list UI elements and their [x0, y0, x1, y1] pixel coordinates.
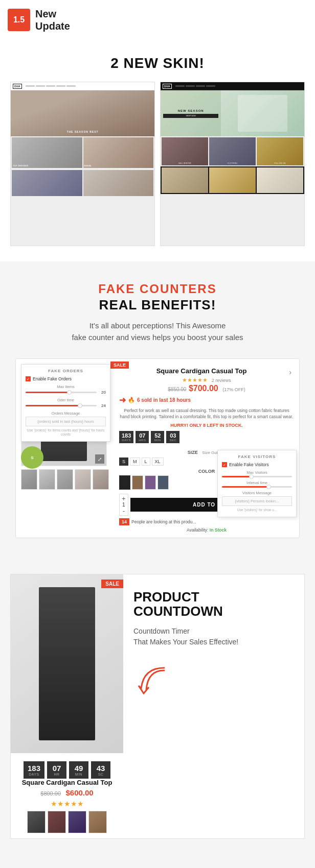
product-discount: (17% OFF): [222, 387, 245, 392]
qty-decrease[interactable]: -: [123, 508, 125, 514]
visitors-message-label: Visitors Message: [222, 491, 292, 495]
desc-line1: It's all about perceptions! This Awesome: [89, 321, 226, 330]
enable-checkbox[interactable]: ✓: [26, 376, 31, 381]
skin-preview-2: DiVA NEW SEASON SHOP NOW: [160, 82, 305, 246]
countdown-thumb[interactable]: [27, 811, 46, 833]
size-label: SIZE: [188, 450, 198, 455]
skin1-grid2-item: [12, 170, 82, 196]
enable-checkbox-row[interactable]: ✓ Enable Fake Orders: [26, 376, 106, 381]
skin1-grid: TOP DRESSED DENIM: [11, 136, 154, 169]
product-thumb[interactable]: [93, 469, 109, 490]
size-l[interactable]: L: [142, 457, 150, 466]
fake-counters-desc: It's all about perceptions! This Awesome…: [10, 320, 305, 343]
cd-hr-val: 07: [51, 764, 62, 773]
product-thumb[interactable]: [75, 469, 91, 490]
color-swatch-blue[interactable]: [158, 475, 169, 490]
curved-arrow-icon: [133, 663, 174, 704]
countdown-hrs: 07 HRS: [136, 431, 149, 443]
max-items-slider-row: 20: [26, 390, 106, 395]
orders-message-box[interactable]: {orders} sold in last {hours} hours: [26, 417, 106, 426]
skin2-products: FALL WINTER CLOTHING FOLLOW ON: [161, 136, 304, 166]
enable-label: Enable Fake Orders: [33, 376, 72, 381]
color-swatch-brown[interactable]: [132, 475, 143, 490]
fake-orders-panel: FAKE ORDERS ✓ Enable Fake Orders Max Ite…: [21, 364, 110, 442]
nav-link: [206, 85, 215, 87]
countdown-title-line1: PRODUCT: [133, 589, 199, 605]
countdown-min: 52 MIN: [151, 431, 164, 443]
product-countdown-section: SALE 183 DAYS 07 HR 49 MIN: [0, 564, 315, 849]
size-s[interactable]: S: [119, 457, 128, 466]
max-items-label: Max Items: [26, 384, 106, 389]
visitors-enable-row[interactable]: ✓ Enable Fake Visitors: [222, 462, 292, 467]
skin2-product: FOLLOW ON: [257, 137, 303, 165]
product-demo: FAKE ORDERS ✓ Enable Fake Orders Max Ite…: [15, 358, 300, 538]
countdown-thumb[interactable]: [68, 811, 86, 833]
sale-badge: SALE: [110, 361, 129, 369]
slider-thumb[interactable]: [67, 390, 72, 395]
product-thumb[interactable]: [57, 469, 73, 490]
color-swatch-purple[interactable]: [145, 475, 156, 490]
cd-sc-val: 43: [95, 764, 106, 773]
skin2-hero-left: NEW SEASON SHOP NOW: [161, 90, 221, 136]
visitors-message-val: {visitors} Persons lookin...: [235, 499, 279, 503]
cd-min: 49 MIN: [69, 761, 88, 779]
product-thumb[interactable]: [39, 469, 55, 490]
slider-thumb[interactable]: [249, 474, 254, 479]
color-swatch-black[interactable]: [119, 475, 130, 490]
slider-thumb[interactable]: [266, 485, 271, 489]
sec-value: 03: [169, 432, 177, 439]
sold-text: 6 sold in last 18 hours: [137, 397, 191, 403]
skin2-row2: [161, 166, 304, 194]
product-countdown: 183 DAYS 07 HRS 52 MIN 03 SEC: [119, 431, 294, 443]
nav-link: [46, 85, 55, 87]
fake-counters-title: REAL BENEFITS!: [10, 297, 305, 313]
shopify-badge: S: [21, 446, 43, 469]
availability-label: Availability:: [187, 527, 208, 533]
visitors-slider[interactable]: [222, 476, 292, 477]
expand-icon[interactable]: ⤢: [95, 454, 104, 464]
version-number: 1.5: [13, 15, 25, 25]
arrow-curved-wrapper: [133, 663, 294, 706]
new-skin-section: 2 NEW SKIN! DiVA THE SEASON BEST: [0, 40, 315, 261]
countdown-price-row: $800.00 $600.00: [16, 788, 118, 798]
visitors-checkbox[interactable]: ✓: [222, 462, 227, 467]
skin2-product: CLOTHING: [209, 137, 256, 165]
slider-thumb[interactable]: [78, 403, 82, 408]
nav-link: [26, 85, 35, 87]
order-time-slider[interactable]: [26, 405, 97, 406]
product-name: Square Cardigan Casual Top: [119, 367, 294, 375]
looking-text: People are looking at this produ...: [131, 519, 196, 524]
product-thumb[interactable]: [21, 469, 37, 490]
product-label: FOLLOW ON: [258, 162, 302, 164]
countdown-thumb[interactable]: [48, 811, 66, 833]
size-xl[interactable]: XL: [152, 457, 164, 466]
max-items-slider[interactable]: [26, 392, 97, 393]
size-m[interactable]: M: [130, 457, 140, 466]
availability-row: Availability: In Stock: [119, 527, 294, 533]
countdown-new-price: $600.00: [65, 788, 93, 797]
slider-fill: [26, 392, 68, 393]
max-visitors-label: Max Visitors: [222, 470, 292, 475]
slider-fill: [26, 405, 79, 406]
interval-slider[interactable]: [222, 486, 292, 488]
fake-counters-section: FAKE COUNTERS REAL BENEFITS! It's all ab…: [0, 261, 315, 564]
visitors-message-box[interactable]: {visitors} Persons lookin...: [222, 496, 292, 506]
skin2-hero-img: [238, 95, 288, 132]
panel-title: FAKE ORDERS: [26, 369, 106, 373]
days-value: 183: [122, 432, 131, 439]
product-new-price: $700.00: [189, 384, 218, 393]
skin1-inner: DiVA THE SEASON BEST: [11, 82, 154, 246]
product-arrow-icon: ›: [289, 368, 291, 376]
stock-warning: HURRY! ONLY 8 LEFT IN STOCK.: [119, 423, 294, 428]
countdown-old-price: $800.00: [40, 790, 61, 797]
qty-increase[interactable]: +: [122, 495, 126, 502]
countdown-sale-badge: SALE: [101, 580, 123, 588]
cd-hr-label: HR: [51, 773, 62, 776]
min-label: MIN: [153, 439, 162, 442]
skin1-grid-item: DENIM: [83, 137, 154, 168]
interval-label: Interval time: [222, 480, 292, 485]
countdown-thumb[interactable]: [88, 811, 107, 833]
cd-days: 183 DAYS: [24, 761, 44, 779]
skin2-product: FALL WINTER: [162, 137, 208, 165]
max-items-val: 20: [99, 390, 106, 395]
